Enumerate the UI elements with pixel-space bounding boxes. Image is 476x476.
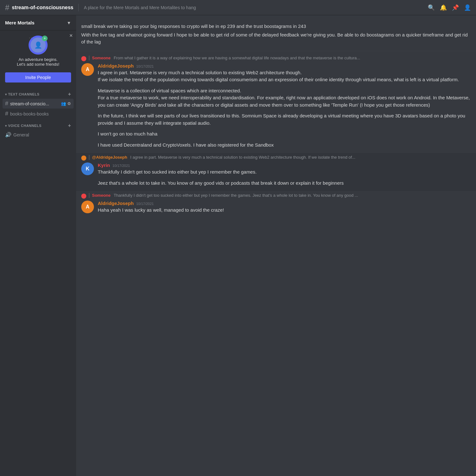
- add-channel-icon[interactable]: +: [68, 91, 71, 97]
- msg-text-3: Haha yeah I was lucky as well, managed t…: [98, 207, 471, 214]
- speaker-icon: 🔊: [5, 132, 11, 138]
- quote-3: Someone Thankfully I didn't get too suck…: [76, 192, 476, 200]
- msg-row-2: K Kyrin 10/17/2021 Thankfully I didn't g…: [76, 162, 476, 187]
- channel-name: stream-of-consciousness: [12, 5, 73, 10]
- notification-icon[interactable]: 🔔: [440, 4, 447, 11]
- quote-avatar: [81, 56, 86, 61]
- members-icon[interactable]: 👥: [61, 101, 66, 106]
- timestamp-1: 10/17/2021: [136, 64, 154, 68]
- text-channels-header[interactable]: ▾ TEXT CHANNELS +: [3, 90, 74, 98]
- msg-content-2: Kyrin 10/17/2021 Thankfully I didn't get…: [98, 162, 471, 187]
- voice-channel-name: General: [13, 132, 71, 137]
- server-header[interactable]: Mere Mortals ▼: [0, 15, 76, 30]
- server-chevron-icon: ▼: [67, 20, 71, 25]
- msg-text-2: Thankfully I didn't get too sucked into …: [98, 169, 471, 176]
- message-group-1: Someone From what I gather it is a way o…: [76, 54, 476, 153]
- timestamp-2: 10/17/2021: [112, 164, 130, 168]
- invite-section: ✕ · · · 👤 + An adventure begins. Let's a…: [0, 30, 76, 88]
- members-icon[interactable]: 👤: [464, 4, 471, 11]
- msg-header-3: AldridgeJoseph 10/17/2021: [98, 201, 471, 206]
- msg-text-1: I agree in part. Metaverse is very much …: [98, 69, 471, 83]
- msg-text-2b: Jeez that's a whole lot to take in. You …: [98, 180, 471, 187]
- avatar-kyrin: K: [81, 162, 94, 175]
- quote-body-2: I agree in part. Metaverse is very much …: [130, 155, 355, 160]
- msg-text-1d: I won't go on too much haha: [98, 130, 471, 138]
- message-group-3: Someone Thankfully I didn't get too suck…: [76, 191, 476, 218]
- quote-text-3: Someone Thankfully I didn't get too suck…: [92, 193, 471, 198]
- channel-item-stream[interactable]: # stream-of-conscio... 👥 ⚙: [3, 99, 74, 109]
- invite-close-button[interactable]: ✕: [69, 33, 73, 38]
- quote-2: @AldridgeJoseph I agree in part. Metaver…: [76, 154, 476, 162]
- search-icon[interactable]: 🔍: [428, 4, 435, 11]
- quote-avatar-3: [81, 194, 86, 199]
- msg-content-3: AldridgeJoseph 10/17/2021 Haha yeah I wa…: [98, 201, 471, 214]
- top-msg-2: With the live tag and whatnot going forw…: [81, 31, 471, 46]
- username-2: Kyrin: [98, 162, 110, 168]
- hash-icon: #: [5, 100, 8, 107]
- pin-icon[interactable]: 📌: [452, 4, 459, 11]
- avatar-aldridge-2: A: [81, 201, 94, 213]
- top-messages: small break we're taking so your big res…: [76, 20, 476, 51]
- msg-header-2: Kyrin 10/17/2021: [98, 162, 471, 168]
- invite-people-button[interactable]: Invite People: [5, 72, 71, 83]
- header-icons: 🔍 🔔 📌 👤: [428, 4, 471, 11]
- message-group-2: @AldridgeJoseph I agree in part. Metaver…: [76, 153, 476, 191]
- msg-text-1c: In the future, I think we will see parts…: [98, 112, 471, 127]
- msg-text-1e: I have used Decentraland and CryptoVoxel…: [98, 142, 471, 149]
- hash-icon: #: [5, 110, 8, 117]
- quote-1: Someone From what I gather it is a way o…: [76, 55, 476, 63]
- chat-area[interactable]: small break we're taking so your big res…: [76, 15, 476, 476]
- sidebar: Mere Mortals ▼ ✕ · · · 👤 + An adventure …: [0, 15, 76, 476]
- channel-item-books[interactable]: # books-books-books: [3, 109, 74, 119]
- server-name: Mere Mortals: [5, 20, 67, 25]
- dots-decoration: · · ·: [29, 36, 34, 40]
- quote-line-3: [89, 193, 89, 198]
- channel-icons: 👥 ⚙: [61, 101, 71, 106]
- channel-hash-icon: #: [5, 3, 9, 12]
- add-voice-channel-icon[interactable]: +: [68, 123, 71, 129]
- quote-text: Someone From what I gather it is a way o…: [92, 56, 471, 60]
- channel-description: A place for the Mere Mortals and Mere Mo…: [84, 5, 428, 10]
- quote-line: [89, 56, 89, 61]
- msg-row-1: A AldridgeJoseph 10/17/2021 I agree in p…: [76, 63, 476, 149]
- username-3: AldridgeJoseph: [98, 201, 134, 206]
- voice-channels-section: ▾ VOICE CHANNELS + 🔊 General: [0, 122, 76, 140]
- quote-body-3: Thankfully I didn't get too sucked into …: [114, 193, 358, 198]
- invite-text: An adventure begins. Let's add some frie…: [17, 57, 59, 67]
- channel-name-label: stream-of-conscio...: [10, 101, 61, 106]
- avatar-aldridge-1: A: [81, 63, 94, 76]
- quote-line-2: [89, 155, 89, 160]
- voice-channels-header[interactable]: ▾ VOICE CHANNELS +: [3, 122, 74, 130]
- top-msg-1: small break we're taking so your big res…: [81, 23, 471, 30]
- msg-row-3: A AldridgeJoseph 10/17/2021 Haha yeah I …: [76, 200, 476, 215]
- top-bar: # stream-of-consciousness A place for th…: [0, 0, 476, 15]
- quote-avatar-2: [81, 155, 86, 161]
- settings-icon[interactable]: ⚙: [67, 101, 71, 106]
- quote-text-2: @AldridgeJoseph I agree in part. Metaver…: [92, 155, 471, 160]
- channel-name-label: books-books-books: [10, 111, 71, 116]
- timestamp-3: 10/17/2021: [136, 202, 154, 206]
- msg-content-1: AldridgeJoseph 10/17/2021 I agree in par…: [98, 63, 471, 149]
- msg-text-1b: Metaverse is a collection of virtual spa…: [98, 87, 471, 109]
- main-layout: Mere Mortals ▼ ✕ · · · 👤 + An adventure …: [0, 15, 476, 476]
- invite-avatar-area: · · · 👤 + An adventure begins. Let's add…: [5, 36, 71, 70]
- add-friend-icon: +: [42, 36, 48, 41]
- voice-channel-general[interactable]: 🔊 General: [3, 130, 74, 139]
- quote-body: From what I gather it is a way of explai…: [114, 56, 360, 60]
- msg-header-1: AldridgeJoseph 10/17/2021: [98, 63, 471, 69]
- text-channels-section: ▾ TEXT CHANNELS + # stream-of-conscio...…: [0, 90, 76, 119]
- divider: [78, 4, 79, 11]
- avatar: · · · 👤 +: [29, 36, 48, 55]
- chevron-icon: ▾: [5, 124, 7, 128]
- chevron-icon: ▾: [5, 93, 7, 96]
- username-1: AldridgeJoseph: [98, 63, 134, 69]
